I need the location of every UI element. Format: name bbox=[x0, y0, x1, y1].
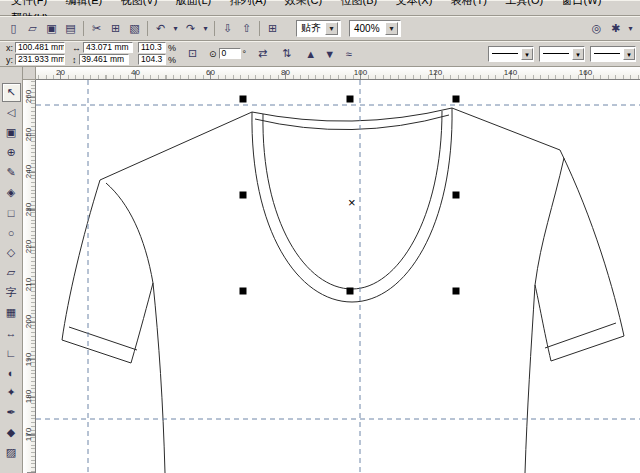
ruler-label: 170 bbox=[25, 428, 34, 441]
menu-item[interactable]: 效果(C) bbox=[278, 0, 329, 7]
menu-item[interactable]: 文本(X) bbox=[389, 0, 440, 7]
mirror-horizontal-button[interactable]: ⇄ bbox=[253, 44, 272, 63]
ruler-label: 250 bbox=[25, 128, 34, 141]
basic-shapes-tool[interactable]: ▱ bbox=[2, 263, 21, 282]
cut-button[interactable]: ✂ bbox=[87, 19, 106, 38]
separator[interactable] bbox=[80, 19, 87, 38]
selection-handle-bottom-right[interactable] bbox=[453, 288, 460, 295]
x-position-field[interactable]: 100.481 mm bbox=[15, 42, 65, 53]
selection-handle-top-right[interactable] bbox=[453, 96, 460, 103]
open-button[interactable]: ▱ bbox=[23, 19, 42, 38]
options-button[interactable]: ✱ bbox=[606, 19, 625, 38]
text-tool[interactable]: 字 bbox=[2, 283, 21, 302]
selection-handle-middle-right[interactable] bbox=[453, 192, 460, 199]
menu-item[interactable]: 表格(T) bbox=[444, 0, 494, 7]
separator[interactable] bbox=[211, 19, 218, 38]
paste-button[interactable]: ▧ bbox=[125, 19, 144, 38]
chevron-down-icon[interactable]: ▾ bbox=[325, 22, 338, 35]
chevron-down-icon[interactable]: ▾ bbox=[572, 48, 584, 60]
pick-tool[interactable]: ↖ bbox=[2, 83, 21, 102]
selection-handle-middle-left[interactable] bbox=[240, 192, 247, 199]
scale-y-field[interactable]: 104.3 bbox=[138, 54, 166, 65]
redo-dropdown[interactable]: ▾ bbox=[200, 19, 211, 38]
ellipse-tool[interactable]: ○ bbox=[2, 223, 21, 242]
ruler-label: 200 bbox=[25, 315, 34, 328]
outline-style-combo[interactable]: ▾ bbox=[539, 46, 585, 62]
lock-ratio-button[interactable]: ⊡ bbox=[183, 44, 202, 63]
save-button[interactable]: ▣ bbox=[42, 19, 61, 38]
interactive-fill-tool[interactable]: ▨ bbox=[2, 443, 21, 462]
ruler-label-slot: 170 bbox=[23, 416, 35, 454]
vertical-ruler[interactable]: 260250240230220210200190180170 bbox=[23, 80, 36, 473]
chevron-down-icon[interactable]: ▾ bbox=[385, 22, 398, 35]
convert-to-curves-button[interactable]: ≈ bbox=[339, 44, 358, 63]
application-launcher-button[interactable]: ⊞ bbox=[263, 19, 282, 38]
corel-online-button[interactable]: ◎ bbox=[587, 19, 606, 38]
menu-item[interactable]: 文件(F) bbox=[4, 0, 54, 7]
table-tool[interactable]: ▦ bbox=[2, 303, 21, 322]
menu-item[interactable]: 窗口(W) bbox=[555, 0, 609, 7]
menu-item[interactable]: 排列(A) bbox=[223, 0, 274, 7]
menu-item[interactable]: 工具(O) bbox=[498, 0, 550, 7]
zoom-tool[interactable]: ⊕ bbox=[2, 143, 21, 162]
separator[interactable] bbox=[256, 19, 263, 38]
mirror-vertical-button[interactable]: ⇅ bbox=[277, 44, 296, 63]
drawing-canvas[interactable]: × bbox=[36, 80, 640, 473]
undo-button[interactable]: ↶ bbox=[151, 19, 170, 38]
rectangle-tool[interactable]: □ bbox=[2, 203, 21, 222]
ruler-label-slot: 250 bbox=[23, 116, 35, 154]
undo-dropdown[interactable]: ▾ bbox=[170, 19, 181, 38]
outline-width-combo[interactable]: ▾ bbox=[488, 46, 534, 62]
eyedropper-tool[interactable]: ✦ bbox=[2, 383, 21, 402]
print-button[interactable]: ▤ bbox=[61, 19, 80, 38]
ruler-label: 100 bbox=[323, 67, 398, 78]
width-field[interactable]: 43.071 mm bbox=[83, 42, 133, 53]
selection-handle-top-center[interactable] bbox=[347, 96, 354, 103]
horizontal-ruler[interactable]: 20406080100120140160 bbox=[36, 67, 640, 80]
copy-button[interactable]: ⊞ bbox=[106, 19, 125, 38]
toolbar-overflow-button[interactable]: ▾ bbox=[625, 19, 636, 38]
height-field[interactable]: 39.461 mm bbox=[79, 54, 129, 65]
tshirt-outline[interactable] bbox=[62, 108, 624, 473]
crop-tool[interactable]: ▣ bbox=[2, 123, 21, 142]
menu-item[interactable]: 编辑(E) bbox=[59, 0, 110, 7]
selection-handle-top-left[interactable] bbox=[240, 96, 247, 103]
scale-x-field[interactable]: 110.3 bbox=[138, 42, 166, 53]
to-back-button[interactable]: ▼ bbox=[320, 44, 339, 63]
dimension-tool[interactable]: ↔ bbox=[2, 323, 21, 342]
y-position-field[interactable]: 231.933 mm bbox=[15, 54, 65, 65]
zoom-level-combo[interactable]: 400% ▾ bbox=[349, 20, 401, 37]
rotation-angle-field[interactable]: 0 bbox=[219, 48, 241, 59]
snap-dropdown[interactable]: 贴齐 ▾ bbox=[296, 20, 341, 37]
shape-tool[interactable]: ◁ bbox=[2, 103, 21, 122]
zoom-level-value: 400% bbox=[354, 23, 380, 34]
to-front-button[interactable]: ▲ bbox=[301, 44, 320, 63]
outline-pen-tool[interactable]: ✒ bbox=[2, 403, 21, 422]
ruler-label: 80 bbox=[248, 67, 323, 78]
new-document-button[interactable]: ▯ bbox=[4, 19, 23, 38]
redo-button[interactable]: ↷ bbox=[181, 19, 200, 38]
tshirt-right-cuff bbox=[551, 336, 624, 361]
menu-item[interactable]: 位图(B) bbox=[334, 0, 385, 7]
export-button[interactable]: ⇧ bbox=[237, 19, 256, 38]
menu-item[interactable]: 版面(L) bbox=[169, 0, 218, 7]
fill-tool[interactable]: ◆ bbox=[2, 423, 21, 442]
connector-tool[interactable]: ∟ bbox=[2, 343, 21, 362]
chevron-down-icon[interactable]: ▾ bbox=[521, 48, 533, 60]
selection-handle-bottom-center[interactable] bbox=[347, 288, 354, 295]
chevron-down-icon[interactable]: ▾ bbox=[623, 48, 635, 60]
separator[interactable] bbox=[144, 19, 151, 38]
import-button[interactable]: ⇩ bbox=[218, 19, 237, 38]
arrowhead-combo[interactable]: ▾ bbox=[590, 46, 636, 62]
freehand-tool[interactable]: ✎ bbox=[2, 163, 21, 182]
smart-fill-tool[interactable]: ◈ bbox=[2, 183, 21, 202]
polygon-tool[interactable]: ◇ bbox=[2, 243, 21, 262]
ruler-label-slot: 230 bbox=[23, 191, 35, 229]
tshirt-right-underarm bbox=[535, 285, 551, 361]
selection-handle-bottom-left[interactable] bbox=[240, 288, 247, 295]
blend-tool[interactable]: ◐ bbox=[2, 363, 21, 382]
selection-center-mark[interactable]: × bbox=[348, 195, 356, 210]
ruler-label: 160 bbox=[548, 67, 623, 78]
ruler-label-slot: 240 bbox=[23, 153, 35, 191]
menu-item[interactable]: 视图(V) bbox=[114, 0, 165, 7]
